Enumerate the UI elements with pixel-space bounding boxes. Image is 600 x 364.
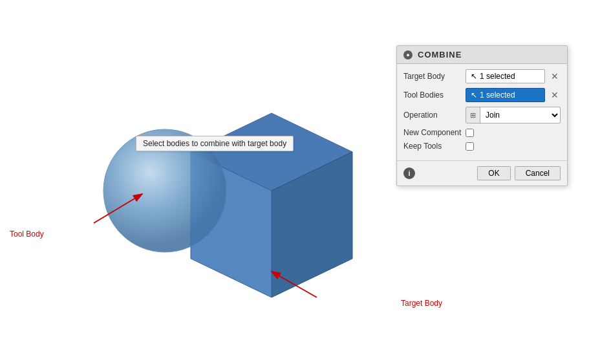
tool-bodies-label-field: Tool Bodies	[403, 91, 462, 100]
dialog-footer: i OK Cancel	[397, 160, 567, 186]
tool-bodies-clear[interactable]: ✕	[549, 90, 561, 100]
tool-bodies-selector[interactable]: ↖ 1 selected	[466, 88, 545, 102]
dialog-title: COMBINE	[418, 50, 462, 59]
svg-marker-5	[191, 152, 272, 297]
svg-line-7	[272, 272, 317, 297]
dialog-collapse-icon[interactable]: ●	[403, 50, 412, 59]
combine-dialog: ● COMBINE Target Body ↖ 1 selected ✕ Too…	[396, 45, 568, 186]
new-component-row: New Component	[403, 128, 561, 137]
tool-bodies-value: 1 selected	[480, 91, 515, 100]
info-icon[interactable]: i	[403, 167, 415, 179]
cursor-icon: ↖	[471, 72, 477, 81]
dialog-header: ● COMBINE	[397, 46, 567, 64]
cursor-icon-2: ↖	[471, 91, 477, 100]
dialog-body: Target Body ↖ 1 selected ✕ Tool Bodies ↖…	[397, 64, 567, 160]
target-body-label-field: Target Body	[403, 72, 462, 81]
target-body-value: 1 selected	[480, 72, 515, 81]
keep-tools-row: Keep Tools	[403, 142, 561, 151]
ok-button[interactable]: OK	[477, 166, 510, 180]
svg-marker-1	[272, 152, 352, 297]
svg-marker-0	[191, 113, 352, 191]
new-component-label: New Component	[403, 128, 462, 137]
svg-marker-2	[191, 152, 272, 297]
operation-label-field: Operation	[403, 111, 462, 120]
operation-row: Operation ⊞ Join Cut Intersect New Body	[403, 107, 561, 123]
keep-tools-label: Keep Tools	[403, 142, 462, 151]
svg-line-6	[94, 194, 142, 223]
keep-tools-checkbox[interactable]	[466, 142, 474, 151]
operation-icon: ⊞	[466, 107, 480, 123]
tool-body-label: Tool Body	[10, 230, 44, 239]
tool-bodies-row: Tool Bodies ↖ 1 selected ✕	[403, 88, 561, 102]
operation-dropdown[interactable]: Join Cut Intersect New Body	[480, 109, 560, 122]
operation-select-container: ⊞ Join Cut Intersect New Body	[466, 107, 561, 123]
cancel-button[interactable]: Cancel	[515, 166, 561, 180]
new-component-checkbox[interactable]	[466, 129, 474, 137]
scene-tooltip: Select bodies to combine with target bod…	[136, 136, 294, 151]
target-body-clear[interactable]: ✕	[549, 71, 561, 81]
target-body-label: Target Body	[401, 299, 442, 308]
target-body-row: Target Body ↖ 1 selected ✕	[403, 69, 561, 83]
target-body-selector[interactable]: ↖ 1 selected	[466, 69, 545, 83]
footer-buttons: OK Cancel	[477, 166, 561, 180]
